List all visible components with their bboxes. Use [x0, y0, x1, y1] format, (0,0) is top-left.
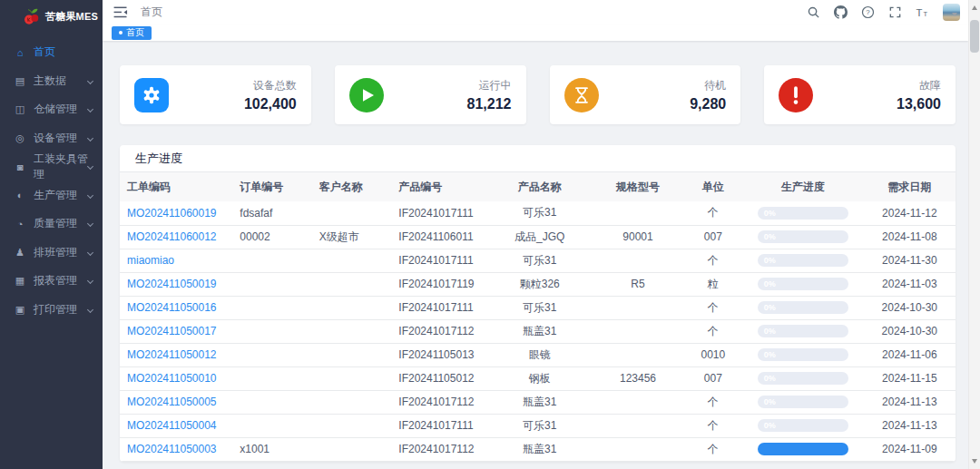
- font-size-icon[interactable]: TT: [916, 5, 929, 19]
- customer-cell: [312, 201, 391, 225]
- work-order-link[interactable]: miaomiao: [127, 254, 174, 267]
- customer-cell: [312, 272, 391, 296]
- work-order-link[interactable]: MO202411050017: [127, 325, 217, 337]
- svg-text:T: T: [916, 7, 922, 18]
- svg-text:?: ?: [866, 8, 870, 16]
- stat-label: 待机: [690, 78, 726, 93]
- stat-value: 81,212: [467, 96, 512, 112]
- work-order-link[interactable]: MO202411050016: [127, 301, 217, 314]
- customer-cell: [312, 296, 391, 319]
- equipment-icon: ◎: [14, 132, 26, 144]
- progress-label: 0%: [758, 230, 848, 243]
- column-header[interactable]: 订单编号: [232, 172, 311, 201]
- lock-icon: ◙: [14, 161, 26, 172]
- stat-card-running: 运行中81,212: [335, 65, 526, 124]
- product-no-cell: IF20241017111: [391, 414, 487, 437]
- column-header[interactable]: 客户名称: [312, 172, 391, 201]
- date-cell: 2024-11-12: [864, 201, 956, 225]
- caret-down-icon[interactable]: [952, 13, 957, 16]
- column-header[interactable]: 需求日期: [864, 172, 956, 201]
- unit-cell: 个: [684, 249, 742, 272]
- work-order-link[interactable]: MO202411050012: [127, 348, 217, 361]
- menu-fold-icon[interactable]: [113, 6, 128, 18]
- scroll-up-arrow[interactable]: [969, 2, 980, 14]
- sidebar-item-quality[interactable]: ◔质量管理: [0, 210, 103, 239]
- sidebar-item-fixture[interactable]: ◙工装夹具管理: [0, 152, 103, 181]
- stat-card-fault: 故障13,600: [764, 65, 956, 124]
- spec-cell: 123456: [592, 366, 683, 390]
- sidebar-item-warehouse[interactable]: ◫仓储管理: [0, 95, 103, 124]
- sidebar-item-label: 质量管理: [34, 216, 77, 231]
- progress-cell: [742, 437, 864, 461]
- work-order-link[interactable]: MO202411050003: [127, 443, 217, 455]
- table-row: MO202411050016IF20241017111可乐31个0%2024-1…: [120, 296, 956, 319]
- column-header[interactable]: 产品编号: [391, 172, 487, 201]
- unit-cell: 个: [684, 296, 742, 319]
- column-header[interactable]: 规格型号: [592, 172, 683, 201]
- unit-cell: 个: [684, 201, 742, 225]
- work-order-link[interactable]: MO202411060019: [127, 207, 217, 220]
- product-name-cell: 钢板: [487, 366, 592, 390]
- sidebar-item-home[interactable]: ⌂首页: [0, 38, 103, 67]
- home-icon: ⌂: [14, 47, 26, 58]
- progress-label: 0%: [758, 254, 848, 267]
- chevron-down-icon: [87, 106, 93, 112]
- sidebar-item-print[interactable]: ▣打印管理: [0, 296, 103, 325]
- work-order-link[interactable]: MO202411050010: [127, 372, 217, 385]
- report-icon: ▦: [14, 275, 26, 287]
- product-name-cell: 颗粒326: [487, 272, 592, 296]
- column-header[interactable]: 单位: [684, 172, 742, 201]
- work-order-link[interactable]: MO202411050005: [127, 396, 217, 408]
- progress-label: 0%: [758, 372, 848, 385]
- work-order-link[interactable]: MO202411050019: [127, 278, 217, 290]
- sidebar-item-equipment[interactable]: ◎设备管理: [0, 124, 103, 153]
- column-header[interactable]: 工单编码: [120, 172, 232, 201]
- tag-label: 首页: [126, 26, 144, 39]
- work-order-link[interactable]: MO202411050004: [127, 419, 217, 432]
- sidebar-item-label: 工装夹具管理: [34, 151, 88, 182]
- unit-cell: 粒: [684, 272, 742, 296]
- sidebar-item-scheduling[interactable]: ♟排班管理: [0, 239, 103, 268]
- table-row: MO202411050017IF20241017112瓶盖31个0%2024-1…: [120, 319, 956, 343]
- tab-home[interactable]: 首页: [112, 26, 152, 40]
- column-header[interactable]: 产品名称: [487, 172, 592, 201]
- chevron-down-icon: [87, 135, 93, 142]
- sidebar-item-report[interactable]: ▦报表管理: [0, 267, 103, 296]
- customer-cell: [312, 390, 391, 414]
- breadcrumb[interactable]: 首页: [141, 5, 162, 20]
- order-no-cell: [232, 390, 311, 414]
- content: 设备总数102,400运行中81,212待机9,280故障13,600 生产进度…: [103, 41, 968, 469]
- table-row: MO202411050004IF20241017111可乐31个0%2024-1…: [120, 414, 956, 437]
- search-icon[interactable]: [807, 5, 820, 19]
- app-logo[interactable]: 苦糖果MES: [0, 0, 103, 34]
- sidebar-item-production[interactable]: ◐生产管理: [0, 181, 103, 210]
- sidebar-item-label: 主数据: [34, 73, 66, 89]
- date-cell: 2024-10-30: [864, 296, 956, 319]
- spec-cell: [592, 343, 683, 366]
- stat-card-standby: 待机9,280: [550, 65, 741, 124]
- help-icon[interactable]: ?: [861, 5, 875, 19]
- scrollbar-thumb[interactable]: [970, 20, 979, 53]
- spec-cell: [592, 414, 683, 437]
- chevron-down-icon: [87, 192, 93, 199]
- column-header[interactable]: 生产进度: [742, 172, 864, 201]
- progress-label: 0%: [758, 301, 848, 314]
- hourglass-icon: [564, 78, 599, 112]
- github-icon[interactable]: [834, 5, 848, 19]
- date-cell: 2024-11-03: [864, 272, 956, 296]
- customer-cell: [312, 366, 391, 390]
- production-table: 工单编码订单编号客户名称产品编号产品名称规格型号单位生产进度需求日期 MO202…: [120, 172, 956, 462]
- fullscreen-icon[interactable]: [888, 5, 902, 19]
- scrollbar[interactable]: [968, 0, 980, 469]
- sidebar-item-master-data[interactable]: ▤主数据: [0, 67, 103, 96]
- customer-cell: [312, 437, 391, 461]
- unit-cell: 007: [684, 225, 742, 249]
- date-cell: 2024-11-09: [864, 437, 956, 461]
- scroll-down-arrow[interactable]: [969, 455, 980, 467]
- table-row: MO202411060019fdsafafIF20241017111可乐31个0…: [120, 201, 956, 225]
- svg-text:T: T: [923, 10, 927, 18]
- production-icon: ◐: [14, 190, 26, 200]
- work-order-link[interactable]: MO202411060012: [127, 230, 217, 243]
- progress-bar: [758, 443, 848, 455]
- date-cell: 2024-11-13: [864, 390, 956, 414]
